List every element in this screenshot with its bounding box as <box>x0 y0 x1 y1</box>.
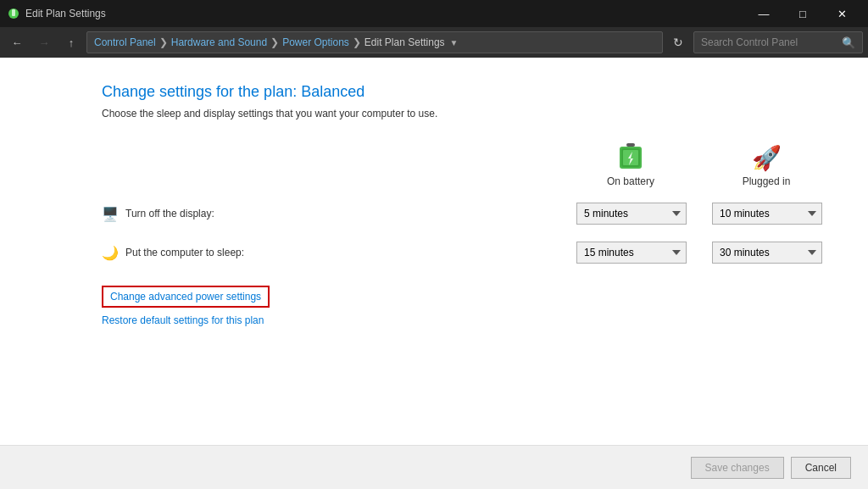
display-label-text: Turn off the display: <box>125 208 214 219</box>
up-button[interactable]: ↑ <box>59 31 83 54</box>
advanced-power-settings-link[interactable]: Change advanced power settings <box>102 286 270 308</box>
breadcrumb-control-panel[interactable]: Control Panel <box>94 36 156 48</box>
display-battery-cell: 5 minutes 1 minute 2 minutes 3 minutes 4… <box>563 197 698 230</box>
sleep-icon: 🌙 <box>102 245 119 261</box>
sleep-label-text: Put the computer to sleep: <box>125 247 244 258</box>
settings-grid: On battery 🚀 Plugged in 🖥️ Turn off the … <box>102 143 834 269</box>
refresh-button[interactable]: ↻ <box>666 31 690 54</box>
page-subtitle: Choose the sleep and display settings th… <box>102 108 834 119</box>
close-button[interactable]: ✕ <box>822 0 861 27</box>
links-section: Change advanced power settings Restore d… <box>102 286 834 326</box>
pluggedin-column-header: 🚀 Plugged in <box>698 144 834 197</box>
display-battery-select[interactable]: 5 minutes 1 minute 2 minutes 3 minutes 4… <box>576 203 687 225</box>
pluggedin-icon: 🚀 <box>752 144 782 172</box>
sleep-plugin-cell: 30 minutes 1 minute 5 minutes 10 minutes… <box>698 236 834 269</box>
row-spacer-1 <box>102 230 834 236</box>
breadcrumb-sep-1: ❯ <box>159 36 168 48</box>
titlebar: Edit Plan Settings — □ ✕ <box>0 0 868 27</box>
addressbar: ← → ↑ Control Panel ❯ Hardware and Sound… <box>0 27 868 58</box>
cancel-button[interactable]: Cancel <box>791 457 851 479</box>
sleep-setting-label: 🌙 Put the computer to sleep: <box>102 238 563 268</box>
window-controls: — □ ✕ <box>744 0 861 27</box>
app-icon <box>7 7 20 20</box>
breadcrumb-hardware-sound[interactable]: Hardware and Sound <box>171 36 267 48</box>
pluggedin-col-label: Plugged in <box>743 175 791 187</box>
svg-rect-2 <box>626 143 635 147</box>
page-title: Change settings for the plan: Balanced <box>102 83 834 101</box>
restore-defaults-link[interactable]: Restore default settings for this plan <box>102 314 834 326</box>
forward-button[interactable]: → <box>32 31 56 54</box>
display-plugin-select[interactable]: 10 minutes 1 minute 2 minutes 5 minutes … <box>712 203 822 225</box>
back-button[interactable]: ← <box>5 31 29 54</box>
battery-col-label: On battery <box>607 175 654 187</box>
search-icon[interactable]: 🔍 <box>842 36 855 49</box>
battery-icon <box>618 143 643 175</box>
window-title: Edit Plan Settings <box>25 8 744 19</box>
breadcrumb-dropdown-arrow[interactable]: ▼ <box>450 38 459 47</box>
maximize-button[interactable]: □ <box>783 0 822 27</box>
save-button[interactable]: Save changes <box>691 457 784 479</box>
battery-column-header: On battery <box>563 143 698 197</box>
sleep-plugin-select[interactable]: 30 minutes 1 minute 5 minutes 10 minutes… <box>712 242 822 264</box>
breadcrumb-sep-3: ❯ <box>353 36 361 48</box>
display-icon: 🖥️ <box>102 206 119 222</box>
search-bar[interactable]: 🔍 <box>693 31 863 53</box>
main-area: Change settings for the plan: Balanced C… <box>0 58 868 489</box>
sleep-battery-cell: 15 minutes 1 minute 2 minutes 5 minutes … <box>563 236 698 269</box>
content-area: Change settings for the plan: Balanced C… <box>0 58 868 445</box>
display-plugin-cell: 10 minutes 1 minute 2 minutes 5 minutes … <box>698 197 834 230</box>
minimize-button[interactable]: — <box>744 0 783 27</box>
breadcrumb-sep-2: ❯ <box>270 36 279 48</box>
display-setting-label: 🖥️ Turn off the display: <box>102 199 563 229</box>
breadcrumb-edit-plan: Edit Plan Settings <box>364 36 445 48</box>
breadcrumb-bar[interactable]: Control Panel ❯ Hardware and Sound ❯ Pow… <box>86 31 663 53</box>
breadcrumb-power-options[interactable]: Power Options <box>282 36 349 48</box>
search-input[interactable] <box>701 36 842 48</box>
sleep-battery-select[interactable]: 15 minutes 1 minute 2 minutes 5 minutes … <box>576 242 687 264</box>
svg-rect-1 <box>12 9 15 16</box>
bottom-bar: Save changes Cancel <box>0 445 868 489</box>
